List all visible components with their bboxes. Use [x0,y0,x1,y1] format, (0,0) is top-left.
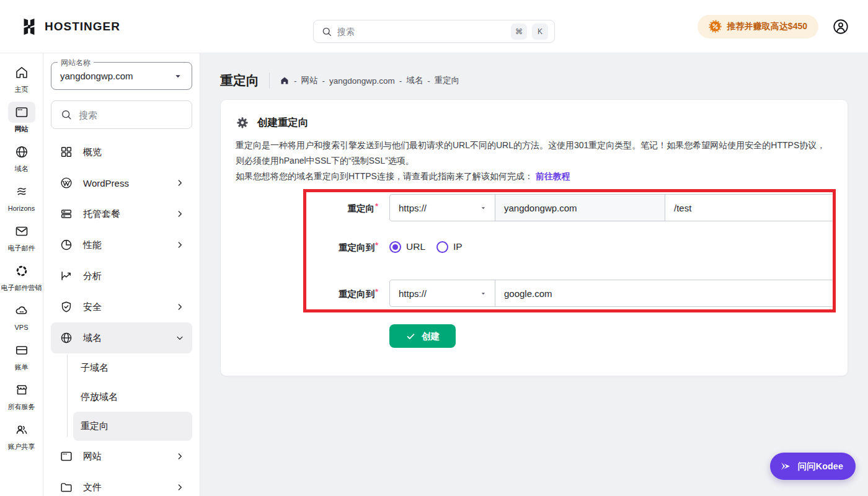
hostinger-logo[interactable]: HOSTINGER [20,17,120,36]
source-path-input[interactable] [665,195,834,221]
sidebar-item-wordpress[interactable]: WordPress [51,167,192,198]
line-chart-icon [60,269,73,283]
top-header: HOSTINGER ⌘ K [0,0,868,53]
submenu-item-parked-domains[interactable]: 停放域名 [73,383,192,412]
sidebar-item-performance[interactable]: 性能 [51,229,192,260]
rail-item-all-services[interactable]: 所有服务 [0,379,43,411]
divider [269,73,270,89]
server-icon [60,207,73,221]
shield-icon [60,300,73,314]
redirect-target-row: 重定向到* https:// [236,280,833,307]
chevron-right-icon [175,209,185,219]
kodee-bird-icon [779,459,792,473]
redirect-source-row: 重定向* https:// yangdongwp.com [236,194,833,221]
horizons-waves-icon [8,181,35,202]
sidebar-item-domains[interactable]: 域名 [51,322,192,353]
rail-item-email[interactable]: 电子邮件 [0,221,43,252]
sidebar-item-hosting-plan[interactable]: 托管套餐 [51,198,192,229]
tutorial-link[interactable]: 前往教程 [536,171,570,181]
profile-icon [832,18,849,35]
site-selector[interactable]: 网站名称 yangdongwp.com [51,62,192,90]
radio-selected-icon[interactable] [389,241,401,253]
browser-icon [8,102,35,123]
rail-item-domains[interactable]: 域名 [0,141,43,173]
global-search-input[interactable] [337,27,506,37]
radio-option-url[interactable]: URL [389,241,425,253]
sidebar-menu: 概览 WordPress 托管套餐 [51,136,192,496]
people-icon [8,419,35,440]
rail-item-horizons[interactable]: Horizons [0,181,43,213]
wordpress-icon [60,176,73,190]
rail-item-websites[interactable]: 网站 [0,102,43,133]
profile-menu-button[interactable] [832,18,849,35]
page-title: 重定向 [220,72,259,89]
hostinger-logo-icon [20,17,38,36]
sidebar-item-website[interactable]: 网站 [51,441,192,472]
rail-item-home[interactable]: 主页 [0,62,43,94]
home-icon [8,62,35,83]
sidebar-search-input[interactable] [79,110,200,120]
k-keycap: K [532,24,548,40]
sidebar-item-security[interactable]: 安全 [51,291,192,322]
percent-badge-icon [709,20,722,33]
rail-item-billing[interactable]: 账单 [0,340,43,371]
source-protocol-select[interactable]: https:// [390,195,495,221]
mail-icon [8,221,35,242]
caret-down-icon [479,290,487,298]
site-selector-label: 网站名称 [58,58,94,68]
redirect-type-row: 重定向到* URL IP [236,239,833,255]
redirect-target-label: 重定向到* [236,287,378,300]
globe-icon [8,141,35,162]
required-asterisk: * [375,287,378,296]
caret-down-icon [479,204,487,212]
required-asterisk: * [375,241,378,250]
redirect-description: 重定向是一种将用户和搜索引擎发送到与他们最初请求的URL不同的URL的方法。这使… [236,138,833,184]
breadcrumb-item-websites[interactable]: 网站 [301,75,318,86]
site-sidebar: 网站名称 yangdongwp.com 概览 [43,53,200,496]
chevron-right-icon [175,302,185,312]
redirect-source-label: 重定向* [236,202,378,215]
sidebar-item-files[interactable]: 文件 [51,472,192,496]
search-icon [321,26,332,37]
redirect-type-label: 重定向到* [236,241,378,254]
page-header: 重定向 - 网站 - yangdongwp.com - 域名 - 重定向 [220,69,848,92]
source-domain-field: yangdongwp.com [495,195,665,221]
brand-name: HOSTINGER [45,20,120,33]
primary-nav-rail: 主页 网站 域名 Horizons 电子邮件 [0,53,43,496]
rail-item-account-sharing[interactable]: 账户共享 [0,419,43,451]
cmd-keycap: ⌘ [511,24,527,40]
submenu-item-subdomains[interactable]: 子域名 [73,353,192,383]
kodee-chat-button[interactable]: 问问Kodee [770,453,856,480]
breadcrumb-item-domains[interactable]: 域名 [406,75,423,86]
hpanel-app: HOSTINGER ⌘ K [0,0,868,496]
breadcrumb-item-redirects: 重定向 [435,75,460,86]
pie-icon [60,238,73,252]
chevron-right-icon [175,178,185,188]
domains-submenu: 子域名 停放域名 重定向 [51,353,192,441]
create-button[interactable]: 创建 [389,324,456,348]
global-search-bar[interactable]: ⌘ K [313,20,555,43]
target-url-input[interactable] [495,280,834,306]
breadcrumb-item-site[interactable]: yangdongwp.com [329,76,395,86]
rail-item-vps[interactable]: VPS [0,300,43,332]
browser-icon [60,450,73,463]
required-asterisk: * [375,202,378,211]
radio-unselected-icon[interactable] [436,241,448,253]
gear-icon [236,116,249,130]
chevron-down-icon [175,333,185,343]
sidebar-search-bar[interactable] [51,100,192,129]
radio-option-ip[interactable]: IP [436,241,463,253]
referral-label: 推荐并赚取高达$450 [727,21,807,32]
chevron-right-icon [175,482,185,492]
folder-icon [60,480,73,494]
sidebar-item-overview[interactable]: 概览 [51,136,192,167]
submenu-item-redirects[interactable]: 重定向 [73,412,192,441]
home-icon[interactable] [280,76,290,86]
storefront-icon [8,379,35,401]
rail-item-email-marketing[interactable]: 电子邮件营销 [0,260,43,292]
kodee-label: 问问Kodee [798,461,843,472]
sidebar-item-analytics[interactable]: 分析 [51,260,192,291]
target-protocol-select[interactable]: https:// [390,280,495,306]
referral-button[interactable]: 推荐并赚取高达$450 [698,15,818,38]
card-title: 创建重定向 [257,116,309,130]
